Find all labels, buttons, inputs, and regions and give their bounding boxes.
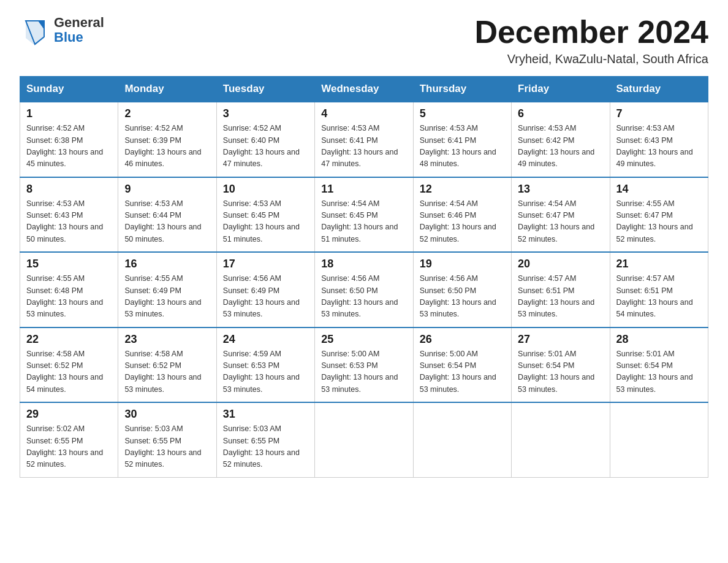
weekday-header-wednesday: Wednesday	[315, 77, 413, 102]
weekday-header-tuesday: Tuesday	[216, 77, 314, 102]
calendar-cell: 15Sunrise: 4:55 AMSunset: 6:48 PMDayligh…	[20, 252, 118, 327]
calendar-cell: 4Sunrise: 4:53 AMSunset: 6:41 PMDaylight…	[315, 102, 413, 177]
weekday-header-monday: Monday	[118, 77, 216, 102]
day-info: Sunrise: 4:55 AMSunset: 6:49 PMDaylight:…	[124, 273, 210, 321]
calendar-title: December 2024	[474, 15, 708, 50]
day-number: 20	[518, 258, 603, 270]
day-number: 27	[518, 333, 603, 346]
calendar-subtitle: Vryheid, KwaZulu-Natal, South Africa	[474, 52, 708, 66]
day-number: 16	[124, 258, 210, 270]
day-number: 19	[420, 258, 505, 270]
day-number: 26	[420, 333, 505, 346]
weekday-header-saturday: Saturday	[610, 77, 708, 102]
day-info: Sunrise: 4:53 AMSunset: 6:44 PMDaylight:…	[124, 198, 210, 246]
calendar-cell: 9Sunrise: 4:53 AMSunset: 6:44 PMDaylight…	[118, 177, 216, 253]
calendar-week-row: 15Sunrise: 4:55 AMSunset: 6:48 PMDayligh…	[20, 252, 708, 327]
calendar-header: SundayMondayTuesdayWednesdayThursdayFrid…	[20, 77, 708, 102]
day-info: Sunrise: 4:52 AMSunset: 6:40 PMDaylight:…	[223, 123, 308, 170]
calendar-cell: 31Sunrise: 5:03 AMSunset: 6:55 PMDayligh…	[216, 402, 314, 477]
day-info: Sunrise: 4:54 AMSunset: 6:47 PMDaylight:…	[518, 198, 603, 246]
weekday-row: SundayMondayTuesdayWednesdayThursdayFrid…	[20, 77, 708, 102]
calendar-cell: 5Sunrise: 4:53 AMSunset: 6:41 PMDaylight…	[413, 102, 511, 177]
day-number: 11	[321, 183, 406, 196]
day-number: 31	[223, 408, 308, 421]
day-number: 8	[26, 183, 112, 196]
day-info: Sunrise: 4:58 AMSunset: 6:52 PMDaylight:…	[124, 348, 210, 396]
calendar-cell: 11Sunrise: 4:54 AMSunset: 6:45 PMDayligh…	[315, 177, 413, 253]
day-info: Sunrise: 5:01 AMSunset: 6:54 PMDaylight:…	[518, 348, 603, 396]
calendar-cell	[413, 402, 511, 477]
day-number: 22	[26, 333, 112, 346]
calendar-cell: 29Sunrise: 5:02 AMSunset: 6:55 PMDayligh…	[20, 402, 118, 477]
day-info: Sunrise: 4:54 AMSunset: 6:45 PMDaylight:…	[321, 198, 406, 246]
day-number: 30	[124, 408, 210, 421]
calendar-cell: 7Sunrise: 4:53 AMSunset: 6:43 PMDaylight…	[610, 102, 708, 177]
calendar-cell: 26Sunrise: 5:00 AMSunset: 6:54 PMDayligh…	[413, 327, 511, 403]
logo-text: General Blue	[54, 15, 104, 45]
logo-general-text: General	[54, 15, 104, 30]
day-info: Sunrise: 5:03 AMSunset: 6:55 PMDaylight:…	[124, 423, 210, 471]
day-info: Sunrise: 4:56 AMSunset: 6:50 PMDaylight:…	[420, 273, 505, 321]
day-number: 3	[223, 107, 308, 120]
day-info: Sunrise: 4:57 AMSunset: 6:51 PMDaylight:…	[518, 273, 603, 321]
calendar-cell: 20Sunrise: 4:57 AMSunset: 6:51 PMDayligh…	[512, 252, 610, 327]
day-info: Sunrise: 5:03 AMSunset: 6:55 PMDaylight:…	[223, 423, 308, 471]
day-number: 5	[420, 107, 505, 120]
day-info: Sunrise: 4:53 AMSunset: 6:41 PMDaylight:…	[321, 123, 406, 170]
weekday-header-thursday: Thursday	[413, 77, 511, 102]
day-info: Sunrise: 4:53 AMSunset: 6:41 PMDaylight:…	[420, 123, 505, 170]
calendar-body: 1Sunrise: 4:52 AMSunset: 6:38 PMDaylight…	[20, 102, 708, 477]
day-number: 15	[26, 258, 112, 270]
calendar-cell: 19Sunrise: 4:56 AMSunset: 6:50 PMDayligh…	[413, 252, 511, 327]
day-info: Sunrise: 4:53 AMSunset: 6:42 PMDaylight:…	[518, 123, 603, 170]
day-info: Sunrise: 4:58 AMSunset: 6:52 PMDaylight:…	[26, 348, 112, 396]
day-number: 17	[223, 258, 308, 270]
weekday-header-sunday: Sunday	[20, 77, 118, 102]
calendar-cell: 24Sunrise: 4:59 AMSunset: 6:53 PMDayligh…	[216, 327, 314, 403]
calendar-cell: 28Sunrise: 5:01 AMSunset: 6:54 PMDayligh…	[610, 327, 708, 403]
day-number: 7	[616, 107, 702, 120]
calendar-cell: 18Sunrise: 4:56 AMSunset: 6:50 PMDayligh…	[315, 252, 413, 327]
calendar-cell: 17Sunrise: 4:56 AMSunset: 6:49 PMDayligh…	[216, 252, 314, 327]
calendar-cell	[512, 402, 610, 477]
calendar-week-row: 22Sunrise: 4:58 AMSunset: 6:52 PMDayligh…	[20, 327, 708, 403]
day-number: 25	[321, 333, 406, 346]
day-number: 13	[518, 183, 603, 196]
calendar-cell: 25Sunrise: 5:00 AMSunset: 6:53 PMDayligh…	[315, 327, 413, 403]
day-number: 12	[420, 183, 505, 196]
day-number: 18	[321, 258, 406, 270]
day-number: 9	[124, 183, 210, 196]
day-info: Sunrise: 4:53 AMSunset: 6:45 PMDaylight:…	[223, 198, 308, 246]
day-number: 21	[616, 258, 702, 270]
day-number: 6	[518, 107, 603, 120]
calendar-cell: 13Sunrise: 4:54 AMSunset: 6:47 PMDayligh…	[512, 177, 610, 253]
calendar-cell: 16Sunrise: 4:55 AMSunset: 6:49 PMDayligh…	[118, 252, 216, 327]
logo: General Blue	[20, 15, 104, 45]
title-block: December 2024 Vryheid, KwaZulu-Natal, So…	[474, 15, 708, 66]
calendar-week-row: 8Sunrise: 4:53 AMSunset: 6:43 PMDaylight…	[20, 177, 708, 253]
day-number: 24	[223, 333, 308, 346]
logo-blue-text: Blue	[54, 30, 104, 45]
day-info: Sunrise: 4:59 AMSunset: 6:53 PMDaylight:…	[223, 348, 308, 396]
calendar-cell: 21Sunrise: 4:57 AMSunset: 6:51 PMDayligh…	[610, 252, 708, 327]
page-header: General Blue December 2024 Vryheid, KwaZ…	[20, 15, 708, 66]
day-info: Sunrise: 5:00 AMSunset: 6:53 PMDaylight:…	[321, 348, 406, 396]
day-info: Sunrise: 4:54 AMSunset: 6:46 PMDaylight:…	[420, 198, 505, 246]
day-number: 28	[616, 333, 702, 346]
calendar-week-row: 29Sunrise: 5:02 AMSunset: 6:55 PMDayligh…	[20, 402, 708, 477]
calendar-cell: 30Sunrise: 5:03 AMSunset: 6:55 PMDayligh…	[118, 402, 216, 477]
calendar-cell: 2Sunrise: 4:52 AMSunset: 6:39 PMDaylight…	[118, 102, 216, 177]
calendar-cell: 10Sunrise: 4:53 AMSunset: 6:45 PMDayligh…	[216, 177, 314, 253]
day-info: Sunrise: 5:02 AMSunset: 6:55 PMDaylight:…	[26, 423, 112, 471]
day-info: Sunrise: 4:57 AMSunset: 6:51 PMDaylight:…	[616, 273, 702, 321]
calendar-cell: 22Sunrise: 4:58 AMSunset: 6:52 PMDayligh…	[20, 327, 118, 403]
day-info: Sunrise: 4:55 AMSunset: 6:48 PMDaylight:…	[26, 273, 112, 321]
weekday-header-friday: Friday	[512, 77, 610, 102]
day-info: Sunrise: 4:56 AMSunset: 6:49 PMDaylight:…	[223, 273, 308, 321]
calendar-cell	[315, 402, 413, 477]
calendar-cell: 23Sunrise: 4:58 AMSunset: 6:52 PMDayligh…	[118, 327, 216, 403]
logo-icon	[20, 15, 50, 45]
day-info: Sunrise: 4:56 AMSunset: 6:50 PMDaylight:…	[321, 273, 406, 321]
calendar-cell: 27Sunrise: 5:01 AMSunset: 6:54 PMDayligh…	[512, 327, 610, 403]
calendar-cell: 6Sunrise: 4:53 AMSunset: 6:42 PMDaylight…	[512, 102, 610, 177]
